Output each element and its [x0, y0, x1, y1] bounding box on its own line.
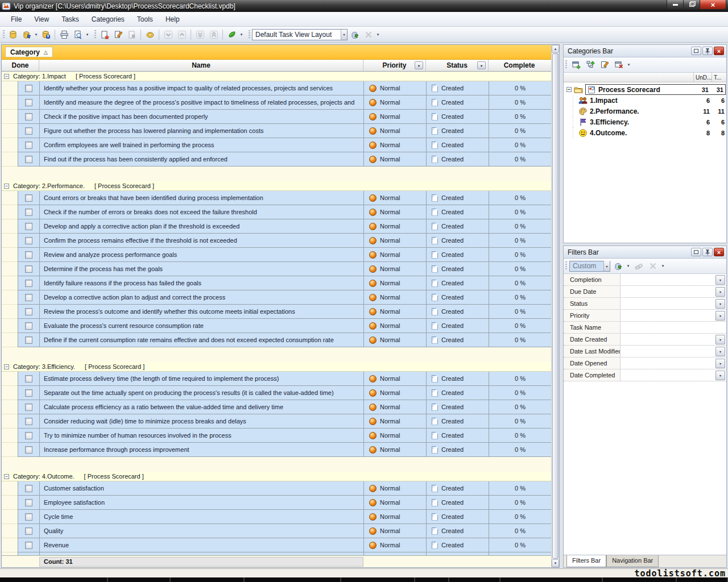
complete-task-button[interactable]: [143, 28, 156, 41]
edit-category-button[interactable]: [598, 59, 611, 71]
clear-filter-button[interactable]: [632, 260, 645, 272]
task-row[interactable]: Figure out whether the process has lower…: [2, 124, 551, 138]
layout-combo-arrow-icon[interactable]: [341, 30, 347, 40]
task-row[interactable]: RevenueNormalCreated0 %: [2, 538, 551, 552]
menu-tasks[interactable]: Tasks: [56, 14, 84, 25]
task-checkbox[interactable]: [25, 294, 32, 301]
task-checkbox[interactable]: [25, 527, 32, 535]
menu-help[interactable]: Help: [160, 14, 185, 25]
move-up-button[interactable]: [175, 28, 188, 41]
task-checkbox[interactable]: [25, 485, 32, 492]
task-row[interactable]: Evaluate the process's current resource …: [2, 319, 551, 333]
task-checkbox[interactable]: [25, 389, 32, 397]
total-column-header[interactable]: T...: [712, 73, 726, 82]
restore-button[interactable]: [684, 0, 700, 9]
filter-preset-combo[interactable]: Custom: [569, 261, 610, 272]
print-preview-dropdown[interactable]: [85, 28, 90, 41]
collapse-icon[interactable]: [4, 474, 9, 479]
apply-filter-dropdown[interactable]: [626, 260, 631, 272]
collapse-icon[interactable]: [4, 364, 9, 369]
task-checkbox[interactable]: [25, 194, 32, 202]
priority-filter-dropdown-icon[interactable]: [415, 61, 423, 69]
categories-close-button[interactable]: [714, 47, 724, 55]
task-checkbox[interactable]: [25, 336, 32, 344]
tab-filters-bar[interactable]: Filters Bar: [566, 555, 606, 567]
close-button[interactable]: [700, 0, 726, 9]
filter-preset-arrow-icon[interactable]: [603, 261, 610, 271]
move-down-button[interactable]: [162, 28, 175, 41]
collapse-icon[interactable]: [566, 87, 572, 92]
task-checkbox[interactable]: [25, 265, 32, 273]
filter-value[interactable]: [621, 310, 715, 321]
move-to-top-button[interactable]: [207, 28, 220, 41]
task-checkbox[interactable]: [25, 237, 32, 244]
task-checkbox[interactable]: [25, 127, 32, 135]
layout-combo[interactable]: Default Task View Layout: [252, 29, 348, 40]
task-row[interactable]: Define if the current consumption rate r…: [2, 333, 551, 347]
menu-categories[interactable]: Categories: [86, 14, 130, 25]
task-checkbox[interactable]: [25, 542, 32, 549]
scroll-up-icon[interactable]: [552, 45, 559, 53]
task-row[interactable]: Separate out the time actually spent on …: [2, 386, 551, 400]
tree-item[interactable]: 2.Performance.1111: [564, 106, 726, 117]
categories-pin-button[interactable]: [702, 47, 713, 55]
task-checkbox[interactable]: [25, 446, 32, 454]
task-checkbox[interactable]: [25, 322, 32, 330]
menu-view[interactable]: View: [29, 14, 54, 25]
menu-file[interactable]: File: [6, 14, 27, 25]
task-row[interactable]: Try to minimize number of human resource…: [2, 429, 551, 443]
column-header-status[interactable]: Status: [426, 60, 489, 71]
purge-dropdown[interactable]: [239, 28, 244, 41]
task-checkbox[interactable]: [25, 375, 32, 383]
task-checkbox[interactable]: [25, 99, 32, 106]
task-checkbox[interactable]: [25, 156, 32, 163]
task-checkbox[interactable]: [25, 404, 32, 411]
task-checkbox[interactable]: [25, 513, 32, 521]
new-subcategory-button[interactable]: [584, 59, 597, 71]
task-row[interactable]: Cycle timeNormalCreated0 %: [2, 510, 551, 524]
task-row[interactable]: QualityNormalCreated0 %: [2, 524, 551, 538]
apply-filter-button[interactable]: [611, 260, 624, 272]
task-checkbox[interactable]: [25, 223, 32, 230]
filter-value[interactable]: [621, 334, 715, 345]
delete-task-button[interactable]: [125, 28, 138, 41]
filter-value[interactable]: [621, 346, 715, 357]
vertical-scrollbar[interactable]: [551, 45, 559, 567]
filters-toolbar-dropdown[interactable]: [660, 260, 665, 272]
print-button[interactable]: [57, 28, 71, 41]
layout-dropdown[interactable]: [375, 28, 380, 41]
task-row[interactable]: Develop and apply a corrective action pl…: [2, 219, 551, 234]
purge-button[interactable]: [225, 28, 238, 41]
filter-value[interactable]: [621, 369, 715, 381]
delete-category-button[interactable]: [612, 59, 625, 71]
new-database-button[interactable]: [6, 28, 19, 41]
filter-dropdown-icon[interactable]: [715, 311, 725, 321]
task-row[interactable]: Employee satisfactionNormalCreated0 %: [2, 496, 551, 510]
task-checkbox[interactable]: [25, 308, 32, 315]
tree-item[interactable]: 3.Efficiency.66: [564, 117, 726, 127]
task-row[interactable]: Customer satisfactionNormalCreated0 %: [2, 481, 551, 496]
filter-value[interactable]: [621, 286, 715, 297]
filter-value[interactable]: [621, 298, 715, 309]
delete-filter-button[interactable]: [646, 260, 659, 272]
task-checkbox[interactable]: [25, 251, 32, 259]
scroll-down-icon[interactable]: [552, 559, 559, 567]
task-checkbox[interactable]: [25, 418, 32, 425]
task-row[interactable]: Confirm employees are well trained in pe…: [2, 138, 551, 152]
open-database-dropdown[interactable]: [34, 28, 39, 41]
task-row[interactable]: Estimate process delivery time (the leng…: [2, 372, 551, 386]
filters-pin-button[interactable]: [702, 248, 713, 256]
task-checkbox[interactable]: [25, 209, 32, 216]
column-header-complete[interactable]: Complete: [489, 60, 550, 71]
task-checkbox[interactable]: [25, 432, 32, 439]
task-row[interactable]: Check if the positive impact has been do…: [2, 110, 551, 124]
apply-layout-button[interactable]: [348, 28, 361, 41]
tree-item[interactable]: 1.Impact66: [564, 95, 726, 106]
new-task-button[interactable]: [98, 28, 111, 41]
filter-value[interactable]: [621, 274, 715, 285]
filters-close-button[interactable]: [714, 248, 724, 256]
column-header-priority[interactable]: Priority: [363, 60, 426, 71]
save-database-button[interactable]: [39, 28, 52, 41]
filter-dropdown-icon[interactable]: [715, 275, 725, 285]
task-checkbox[interactable]: [25, 280, 32, 287]
